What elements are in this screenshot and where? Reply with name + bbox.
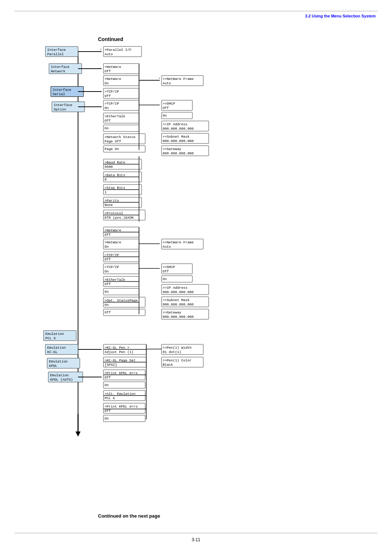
svg-text:Black: Black (163, 363, 173, 367)
section-header: 3.2 Using the Menu Selection System (305, 14, 376, 18)
svg-text:Interface: Interface (54, 103, 73, 107)
svg-text:Interface: Interface (51, 65, 70, 69)
svg-text:Emulation: Emulation (49, 360, 68, 364)
svg-text:8: 8 (105, 178, 107, 182)
svg-text:>>Pen(1) Width: >>Pen(1) Width (163, 346, 192, 350)
svg-text:Off: Off (105, 94, 111, 98)
svg-text:On: On (105, 81, 109, 85)
svg-text:›: › (158, 76, 160, 80)
svg-text:>>DHCP: >>DHCP (163, 102, 175, 106)
svg-text:KPDL (AUTO): KPDL (AUTO) (50, 378, 73, 382)
svg-text:DTR (pos.)&XON: DTR (pos.)&XON (105, 216, 134, 220)
svg-text:>>Gateway: >>Gateway (163, 147, 181, 151)
svg-marker-179 (75, 432, 81, 437)
svg-text:KPDL: KPDL (49, 364, 57, 368)
top-border (15, 11, 377, 11)
svg-text:>>NetWare Frame: >>NetWare Frame (163, 240, 194, 244)
svg-text:On: On (105, 383, 109, 387)
svg-text:>>NetWare Frame: >>NetWare Frame (163, 77, 194, 81)
svg-text:000.000.000.000: 000.000.000.000 (163, 303, 194, 307)
svg-text:Off: Off (105, 376, 111, 380)
svg-text:Auto: Auto (163, 81, 171, 85)
svg-text:000.000.000.000: 000.000.000.000 (163, 127, 194, 131)
svg-text:>NetWare: >NetWare (105, 65, 121, 69)
svg-text:000.000.000.000: 000.000.000.000 (163, 151, 194, 155)
svg-text:>>Subnet Mask: >>Subnet Mask (163, 135, 189, 139)
svg-text:Off: Off (163, 106, 169, 110)
svg-text:Emulation: Emulation (50, 373, 69, 377)
svg-text:None: None (105, 203, 113, 207)
svg-text:Page    On: Page On (105, 147, 119, 151)
svg-text:>TCP/IP: >TCP/IP (105, 90, 119, 94)
continued-next-label: Continued on the next page (98, 513, 160, 519)
svg-text:>NetWare: >NetWare (105, 240, 121, 244)
svg-text:On: On (163, 114, 167, 118)
svg-text:>>IP Address: >>IP Address (163, 122, 187, 126)
svg-text:Interface: Interface (47, 48, 66, 52)
svg-text:Emulation: Emulation (45, 332, 64, 336)
svg-text:PCL 6: PCL 6 (105, 396, 115, 400)
svg-text:On: On (105, 290, 109, 294)
svg-text:Off: Off (105, 311, 111, 315)
svg-text:›: › (100, 48, 102, 52)
svg-text:Option: Option (54, 108, 66, 112)
svg-text:000.000.000.000: 000.000.000.000 (163, 290, 194, 294)
svg-text:On: On (163, 277, 167, 281)
menu-diagram: .mbox { fill: #d0e6f5; stroke: #333; str… (22, 33, 370, 534)
svg-text:>>Pen(1) Color: >>Pen(1) Color (163, 358, 192, 362)
svg-text:>Print KPDL errs: >Print KPDL errs (105, 405, 138, 409)
svg-text:Off: Off (105, 233, 111, 237)
svg-text:Interface: Interface (53, 88, 72, 92)
svg-text:Off: Off (105, 409, 111, 413)
svg-text:Emulation: Emulation (47, 346, 66, 350)
svg-text:On: On (105, 126, 109, 130)
svg-text:On: On (105, 303, 109, 307)
svg-text:Auto: Auto (105, 52, 113, 56)
svg-text:Adjust   Pen (1): Adjust Pen (1) (105, 350, 134, 354)
svg-rect-111 (103, 288, 139, 295)
svg-rect-162 (103, 382, 145, 388)
svg-text:On: On (105, 270, 109, 274)
svg-text:>>IP Address: >>IP Address (163, 286, 187, 290)
svg-text:>>Gateway: >>Gateway (163, 311, 181, 315)
svg-text:000.000.000.000: 000.000.000.000 (163, 139, 194, 143)
svg-text:KC-GL: KC-GL (47, 350, 58, 354)
svg-text:PCL 6: PCL 6 (45, 336, 56, 340)
svg-text:>Network Status: >Network Status (105, 135, 136, 139)
svg-text:>TCP/IP: >TCP/IP (105, 102, 119, 106)
svg-text:>>Subnet Mask: >>Subnet Mask (163, 298, 189, 302)
svg-text:Parallel: Parallel (47, 52, 64, 56)
svg-text:Serial: Serial (53, 92, 65, 96)
page-number: 3-11 (192, 537, 200, 542)
svg-text:On: On (105, 106, 109, 110)
svg-text:>EtherTalk: >EtherTalk (105, 114, 125, 118)
svg-text:>TCP/IP: >TCP/IP (105, 265, 119, 269)
svg-text:Network: Network (51, 69, 65, 73)
svg-text:Page    Off: Page Off (105, 139, 121, 143)
svg-text:1: 1 (105, 190, 107, 194)
svg-text:On: On (105, 245, 109, 249)
svg-text:>>DHCP: >>DHCP (163, 265, 175, 269)
svg-text:000.000.000.000: 000.000.000.000 (163, 315, 194, 319)
svg-text:>Parallel I/F: >Parallel I/F (105, 48, 131, 52)
svg-text:01 dot(s): 01 dot(s) (163, 350, 181, 354)
svg-text:Off: Off (105, 69, 111, 73)
svg-rect-42 (103, 125, 139, 131)
svg-text:>NetWare: >NetWare (105, 77, 121, 81)
svg-text:Off: Off (163, 270, 169, 274)
svg-text:Off: Off (105, 282, 111, 286)
svg-text:Auto: Auto (163, 245, 171, 249)
svg-text:[SPSZ]: [SPSZ] (105, 363, 117, 367)
svg-text:On: On (105, 417, 109, 421)
svg-rect-170 (103, 415, 145, 422)
svg-text:9600: 9600 (105, 165, 113, 169)
svg-text:Off: Off (105, 119, 111, 123)
svg-text:Off: Off (105, 258, 111, 262)
